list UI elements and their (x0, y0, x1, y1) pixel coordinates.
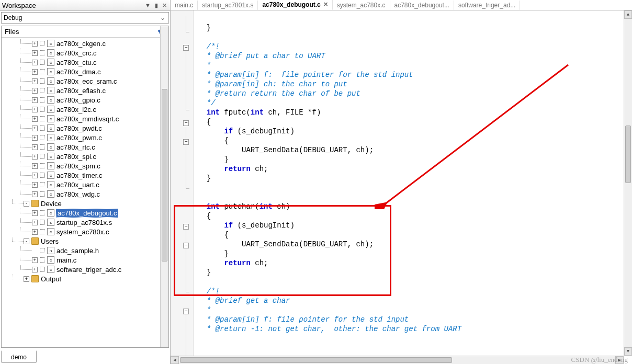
tree-item-label: ac780x_dma.c (56, 68, 101, 76)
tree-file[interactable]: +startup_ac7801x.s (6, 218, 168, 227)
workspace-tab-demo[interactable]: demo (1, 350, 37, 363)
tree-file[interactable]: +ac780x_uart.c (6, 180, 168, 189)
expander-icon[interactable]: + (32, 50, 38, 56)
tree-file[interactable]: +ac780x_ckgen.c (6, 39, 168, 48)
scroll-left-icon[interactable]: ◀ (171, 356, 179, 364)
expander-icon[interactable]: + (32, 229, 38, 235)
expander-icon[interactable]: + (32, 182, 38, 188)
expander-icon[interactable]: + (32, 41, 38, 47)
folder-icon (31, 237, 39, 245)
expander-icon[interactable]: + (32, 210, 38, 216)
scroll-up-icon[interactable]: ▲ (624, 10, 632, 19)
expander-icon[interactable]: + (32, 69, 38, 75)
tree-file[interactable]: +ac780x_spm.c (6, 161, 168, 170)
expander-icon[interactable]: + (32, 267, 38, 272)
editor-tab[interactable]: main.c (171, 1, 198, 10)
hscroll-thumb[interactable] (180, 357, 452, 363)
tree-file[interactable]: +ac780x_crc.c (6, 48, 168, 58)
chevron-down-icon[interactable]: ⌄ (159, 14, 166, 21)
tree-item-label: software_triger_adc.c (56, 266, 122, 274)
expander-icon[interactable]: + (32, 78, 38, 84)
close-icon[interactable]: ✕ (161, 2, 168, 9)
dropdown-icon[interactable]: ▼ (144, 2, 151, 9)
fold-toggle[interactable]: − (183, 243, 189, 248)
editor-tab[interactable]: ac780x_debugout... (390, 1, 454, 10)
expander-icon[interactable]: - (24, 201, 29, 207)
tree-folder[interactable]: +Output (6, 274, 168, 283)
config-dropdown[interactable]: Debug ⌄ (1, 12, 169, 24)
expander-icon[interactable]: + (32, 135, 38, 141)
fold-toggle[interactable]: − (183, 139, 189, 145)
tab-close-icon[interactable]: ✕ (323, 1, 328, 8)
tree-item-label: Device (40, 200, 62, 208)
tree-file[interactable]: adc_sample.h (6, 246, 168, 255)
pin-icon[interactable]: ▮ (153, 2, 160, 9)
tree-file[interactable]: +ac780x_debugout.c (6, 208, 168, 218)
tree-file[interactable]: +software_triger_adc.c (6, 265, 168, 274)
expander-icon[interactable]: + (32, 97, 38, 103)
expander-icon[interactable]: + (32, 257, 38, 263)
link-icon (40, 248, 45, 253)
workspace-tabs: demo (1, 350, 169, 363)
tree-file[interactable]: +ac780x_wdg.c (6, 189, 168, 199)
editor-tab[interactable]: startup_ac7801x.s (198, 1, 258, 10)
tree-file[interactable]: +ac780x_eflash.c (6, 86, 168, 95)
expander-icon[interactable]: + (32, 144, 38, 150)
tree-scroll-thumb[interactable] (162, 89, 167, 261)
tree-file[interactable]: +ac780x_pwm.c (6, 133, 168, 142)
fold-toggle[interactable]: − (183, 45, 189, 51)
tree-item-label: ac780x_pwdt.c (56, 124, 103, 132)
tree-file[interactable]: +ac780x_pwdt.c (6, 123, 168, 133)
tree-file[interactable]: +ac780x_dma.c (6, 67, 168, 76)
expander-icon[interactable]: + (32, 173, 38, 178)
expander-icon[interactable]: + (32, 191, 38, 197)
tree-item-label: adc_sample.h (56, 247, 99, 255)
fold-toggle[interactable]: − (183, 120, 189, 126)
expander-icon[interactable]: + (32, 220, 38, 225)
tree-folder[interactable]: -Device (6, 199, 168, 208)
expander-icon[interactable]: + (24, 276, 29, 282)
expander-icon[interactable]: + (32, 116, 38, 122)
tree-file[interactable]: +ac780x_spi.c (6, 152, 168, 161)
tree-file[interactable]: +ac780x_gpio.c (6, 95, 168, 105)
tree-file[interactable]: +ac780x_timer.c (6, 170, 168, 180)
editor-tab[interactable]: ac780x_debugout.c✕ (258, 0, 332, 10)
expander-icon[interactable]: + (32, 126, 38, 131)
code-editor[interactable]: − − − − − − } /*! * @brief put a char to… (171, 10, 632, 364)
editor-tab[interactable]: software_triger_ad... (454, 1, 520, 10)
code-content[interactable]: } /*! * @brief put a char to UART * * @p… (194, 10, 624, 356)
tree-item-label: ac780x_ckgen.c (56, 40, 106, 48)
editor-vscroll[interactable]: ▲ ▼ (624, 10, 632, 356)
scroll-down-icon[interactable]: ▼ (624, 347, 632, 356)
workspace-panel: Workspace ▼ ▮ ✕ Debug ⌄ Files +ac780x_ck… (0, 0, 171, 364)
tree-item-label: main.c (56, 256, 77, 264)
file-tree[interactable]: +ac780x_ckgen.c+ac780x_crc.c+ac780x_ctu.… (2, 38, 168, 347)
vscroll-thumb[interactable] (625, 126, 631, 183)
editor-hscroll[interactable]: ◀ ▶ (171, 356, 624, 364)
link-icon (40, 69, 45, 74)
tab-label: ac780x_debugout... (394, 2, 449, 9)
tree-file[interactable]: +ac780x_mmdivsqrt.c (6, 114, 168, 123)
link-icon (40, 220, 45, 225)
expander-icon[interactable]: + (32, 154, 38, 160)
tree-item-label: ac780x_ecc_sram.c (56, 77, 118, 85)
fold-toggle[interactable]: − (183, 224, 189, 230)
tree-file[interactable]: +ac780x_i2c.c (6, 105, 168, 114)
tree-file[interactable]: +system_ac780x.c (6, 227, 168, 236)
fold-toggle[interactable]: − (183, 309, 189, 314)
expander-icon[interactable]: + (32, 60, 38, 65)
expander-icon[interactable]: + (32, 88, 38, 94)
tree-folder[interactable]: -Users (6, 236, 168, 246)
tree-file[interactable]: +ac780x_ctu.c (6, 58, 168, 67)
tree-file[interactable]: +ac780x_rtc.c (6, 142, 168, 152)
tree-file[interactable]: +ac780x_ecc_sram.c (6, 76, 168, 86)
editor-tab[interactable]: system_ac780x.c (333, 1, 390, 10)
s-file-icon (47, 219, 54, 226)
expander-icon[interactable]: + (32, 107, 38, 112)
expander-icon[interactable]: + (32, 163, 38, 169)
tree-scrollbar[interactable] (160, 26, 168, 347)
tree-file[interactable]: +main.c (6, 255, 168, 265)
link-icon (40, 267, 45, 272)
link-icon (40, 41, 45, 46)
expander-icon[interactable]: - (24, 238, 29, 244)
